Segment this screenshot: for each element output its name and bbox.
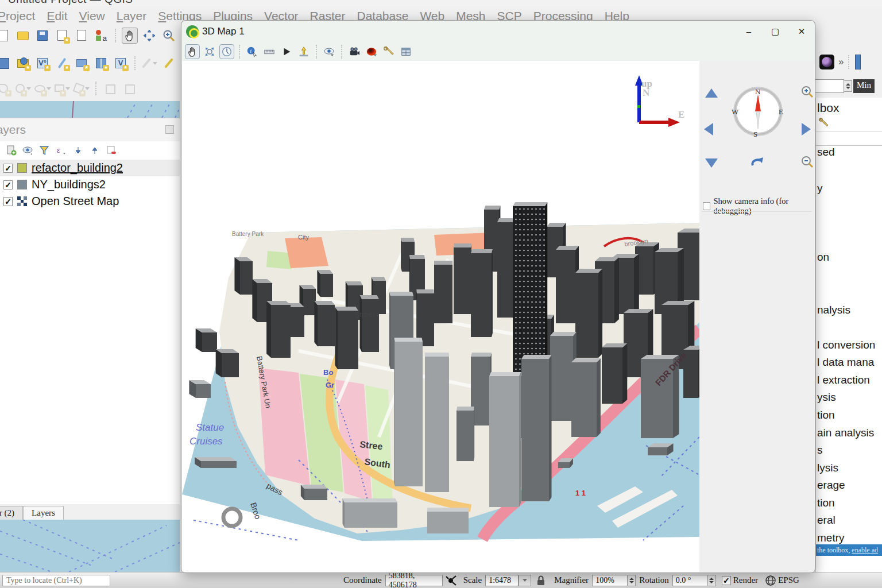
- style-manager-button[interactable]: a: [93, 28, 109, 44]
- new-print-layout-button[interactable]: *: [54, 28, 70, 44]
- zoom-out-icon[interactable]: [800, 155, 814, 169]
- globe-plugin-button[interactable]: [819, 54, 835, 70]
- toolbox-item-fragment[interactable]: tion: [817, 497, 835, 509]
- tab-browser[interactable]: Browser (2): [0, 506, 23, 520]
- configure-button[interactable]: [381, 44, 396, 59]
- new-project-button[interactable]: [0, 28, 11, 44]
- enable-providers-link[interactable]: enable ad: [852, 546, 878, 554]
- filter-legend-icon[interactable]: [39, 145, 51, 156]
- shadow-sphere-button[interactable]: [364, 44, 379, 59]
- camera-pan-button[interactable]: [185, 44, 200, 59]
- map3d-titlebar[interactable]: 3D Map 1 – ▢ ✕: [181, 21, 815, 42]
- toolbox-search-input[interactable]: [816, 132, 882, 146]
- identify-button[interactable]: i: [245, 44, 260, 59]
- open-layer-styling-icon[interactable]: [6, 145, 17, 156]
- navigation-widget-toggle[interactable]: [219, 44, 234, 59]
- toolbox-item-fragment[interactable]: ysis: [817, 391, 836, 404]
- pan-map-button[interactable]: [122, 28, 138, 44]
- add-circular-string-button[interactable]: *: [0, 80, 11, 96]
- vertex-tool-button[interactable]: [122, 80, 138, 96]
- new-memory-layer-button[interactable]: V*: [113, 55, 129, 71]
- measure-line-button[interactable]: [262, 44, 277, 59]
- menu-edit[interactable]: Edit: [41, 9, 73, 23]
- toolbar-overflow-chevron[interactable]: »: [838, 56, 842, 68]
- layer-checkbox[interactable]: ✓: [3, 197, 13, 206]
- new-geopackage-button[interactable]: *: [54, 55, 70, 71]
- new-spatialite-button[interactable]: *: [93, 55, 109, 71]
- manage-themes-icon[interactable]: [22, 145, 34, 156]
- elevation-button[interactable]: [296, 44, 311, 59]
- data-source-manager-button[interactable]: [0, 55, 11, 71]
- show-camera-info-checkbox[interactable]: [703, 202, 710, 210]
- add-circle-button[interactable]: *: [15, 80, 31, 96]
- open-project-button[interactable]: [15, 28, 31, 44]
- magnifier-spin[interactable]: [628, 575, 636, 586]
- vertex-tool-all-layers-button[interactable]: [102, 80, 118, 96]
- collapse-all-icon[interactable]: [89, 145, 100, 156]
- toolbox-item-fragment[interactable]: l data mana: [817, 356, 874, 369]
- move-up-button[interactable]: [705, 88, 718, 98]
- layer-item-NY_buildings2[interactable]: ✓NY_buildings2: [0, 176, 180, 193]
- toggle-editing-button[interactable]: [141, 55, 157, 71]
- toolbox-item-fragment[interactable]: ain analysis: [817, 427, 874, 439]
- move-down-button[interactable]: [705, 158, 718, 168]
- min-button[interactable]: Min: [853, 79, 875, 93]
- extents-icon[interactable]: [445, 574, 458, 587]
- clipped-toolbar-icon[interactable]: [855, 55, 861, 69]
- layer-checkbox[interactable]: ✓: [3, 180, 13, 189]
- animations-button[interactable]: [279, 44, 294, 59]
- add-vector-layer-button[interactable]: *: [15, 55, 31, 71]
- zoom-in-button[interactable]: [161, 28, 177, 44]
- layout-manager-button[interactable]: [74, 28, 90, 44]
- menu-view[interactable]: View: [74, 9, 111, 23]
- expand-all-icon[interactable]: [72, 145, 84, 156]
- zoom-in-icon[interactable]: [800, 85, 814, 99]
- rotation-spin[interactable]: [708, 575, 716, 586]
- scene-options-button[interactable]: [399, 44, 413, 59]
- toolbox-item-fragment[interactable]: lysis: [817, 462, 838, 474]
- panel-options-button[interactable]: [165, 125, 174, 134]
- menu-layer[interactable]: Layer: [111, 9, 153, 23]
- new-virtual-layer-button[interactable]: *: [74, 55, 90, 71]
- compass[interactable]: N S W E: [730, 84, 786, 139]
- toolbox-item-fragment[interactable]: on: [817, 251, 829, 264]
- add-feature-button[interactable]: [161, 55, 177, 71]
- move-left-button[interactable]: [704, 123, 713, 136]
- toolbox-item-fragment[interactable]: erage: [817, 479, 845, 492]
- scp-spin-arrows[interactable]: [844, 80, 852, 92]
- render-checkbox[interactable]: ✓: [722, 576, 731, 585]
- add-polygon-button[interactable]: *: [74, 80, 90, 96]
- toolbox-item-fragment[interactable]: sed: [817, 146, 835, 158]
- toolbox-item-fragment[interactable]: y: [817, 182, 823, 195]
- toolbox-item-fragment[interactable]: metry: [817, 532, 845, 544]
- zoom-full-button[interactable]: [202, 44, 217, 59]
- rotate-cw-icon[interactable]: [750, 156, 765, 169]
- scale-field[interactable]: 1:6478: [485, 575, 519, 586]
- pan-to-selection-button[interactable]: [141, 28, 157, 44]
- minimize-button[interactable]: –: [736, 21, 762, 42]
- close-button[interactable]: ✕: [788, 21, 815, 42]
- tab-layers[interactable]: Layers: [23, 506, 64, 520]
- toolbox-item-fragment[interactable]: eral: [817, 514, 835, 527]
- map3d-viewport[interactable]: CityBattery ParkStatueCruisesBattery Par…: [182, 61, 699, 572]
- crs-globe-icon[interactable]: [765, 575, 776, 586]
- layer-item-Open Street Map[interactable]: ✓Open Street Map: [0, 193, 180, 210]
- toolbox-item-fragment[interactable]: tion: [817, 409, 835, 421]
- layer-checkbox[interactable]: ✓: [3, 164, 13, 173]
- rotation-field[interactable]: 0.0 °: [672, 575, 708, 586]
- maximize-button[interactable]: ▢: [762, 21, 788, 42]
- map-canvas-top-strip[interactable]: [0, 101, 180, 118]
- effects-eye-button[interactable]: [322, 44, 336, 59]
- lock-icon[interactable]: [536, 575, 546, 586]
- remove-layer-icon[interactable]: [106, 145, 117, 156]
- coordinate-field[interactable]: 583818, 4506178: [385, 575, 443, 586]
- wrench-icon[interactable]: [818, 117, 830, 129]
- scale-dropdown[interactable]: [519, 575, 531, 586]
- menu-project[interactable]: Project: [0, 9, 41, 23]
- expression-filter-icon[interactable]: ε: [56, 145, 67, 156]
- save-project-button[interactable]: [34, 28, 51, 44]
- add-rectangle-button[interactable]: *: [54, 80, 70, 96]
- magnifier-field[interactable]: 100%: [592, 575, 628, 586]
- toolbox-item-fragment[interactable]: s: [817, 444, 823, 457]
- map-canvas-bottom-strip[interactable]: [0, 520, 180, 572]
